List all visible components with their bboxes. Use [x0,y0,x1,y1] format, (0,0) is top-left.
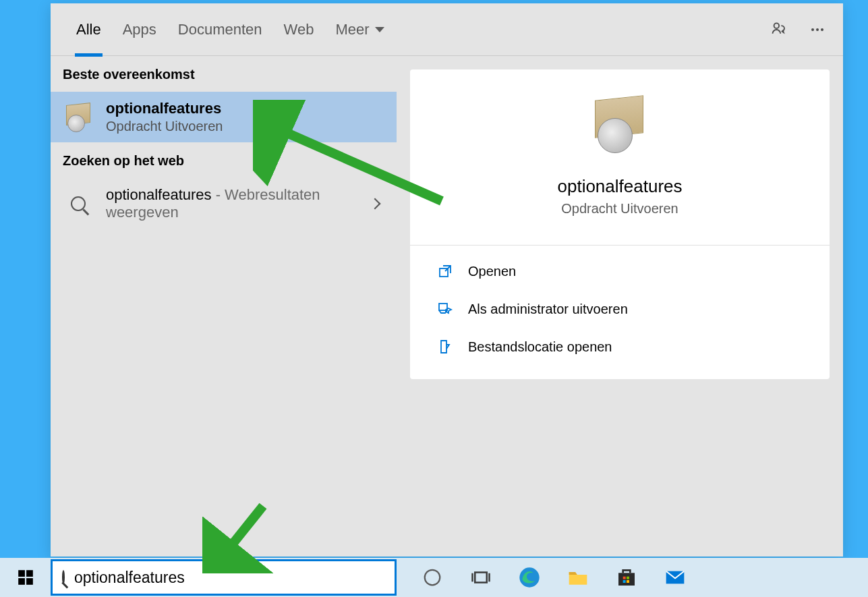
tabs-bar: Alle Apps Documenten Web Meer [51,3,843,56]
detail-app-icon [589,96,650,157]
tab-documenten[interactable]: Documenten [167,3,273,56]
start-button[interactable] [0,558,51,597]
folder-location-icon [437,339,453,355]
start-search-window: Alle Apps Documenten Web Meer [51,3,843,557]
task-view-icon[interactable] [469,566,492,589]
cortana-icon[interactable] [421,566,444,589]
detail-card: optionalfeatures Opdracht Uitvoeren Open… [410,69,830,379]
svg-rect-15 [627,577,629,579]
search-icon [63,188,94,219]
taskbar [0,558,868,597]
action-open[interactable]: Openen [410,252,830,290]
action-admin-label: Als administrator uitvoeren [468,302,628,317]
svg-point-3 [821,28,823,31]
svg-rect-16 [623,580,626,583]
action-open-file-location[interactable]: Bestandslocatie openen [410,328,830,366]
detail-panel: optionalfeatures Opdracht Uitvoeren Open… [397,56,843,557]
best-match-result[interactable]: optionalfeatures Opdracht Uitvoeren [51,92,397,142]
svg-rect-14 [623,577,626,579]
results-panel: Beste overeenkomst optionalfeatures Opdr… [51,56,397,557]
web-search-result[interactable]: optionalfeatures - Webresultaten weergev… [51,178,397,229]
microsoft-store-icon[interactable] [615,566,638,589]
best-match-title: optionalfeatures [106,100,384,117]
action-run-as-admin[interactable]: Als administrator uitvoeren [410,290,830,328]
svg-rect-11 [475,573,487,583]
svg-point-12 [519,567,539,587]
web-search-header: Zoeken op het web [51,142,397,178]
svg-point-2 [816,28,819,31]
web-result-title: optionalfeatures [106,186,212,203]
svg-point-1 [811,28,814,31]
action-location-label: Bestandslocatie openen [468,339,612,355]
svg-point-0 [774,23,779,28]
edge-browser-icon[interactable] [518,566,541,589]
svg-rect-9 [26,578,33,585]
detail-title: optionalfeatures [557,176,682,197]
svg-rect-7 [26,570,33,577]
run-command-icon [63,102,94,133]
mail-icon[interactable] [664,566,687,589]
tab-apps[interactable]: Apps [112,3,167,56]
action-open-label: Openen [468,264,516,279]
divider [410,245,830,246]
chevron-down-icon [375,27,384,32]
search-icon [62,571,65,584]
shield-run-icon [437,301,453,317]
tab-alle[interactable]: Alle [65,3,112,56]
svg-rect-6 [18,570,25,577]
feedback-icon[interactable] [766,16,793,43]
svg-rect-8 [18,578,25,585]
open-icon [437,263,453,279]
svg-rect-17 [627,580,629,583]
chevron-right-icon [370,198,381,210]
tab-web[interactable]: Web [273,3,325,56]
tab-meer[interactable]: Meer [324,3,395,56]
more-options-icon[interactable] [804,16,831,43]
best-match-header: Beste overeenkomst [51,56,397,92]
svg-point-10 [425,570,440,586]
file-explorer-icon[interactable] [567,566,589,589]
best-match-subtitle: Opdracht Uitvoeren [106,119,384,134]
detail-subtitle: Opdracht Uitvoeren [561,201,678,217]
search-input[interactable] [74,569,385,587]
taskbar-search-box[interactable] [51,559,397,596]
